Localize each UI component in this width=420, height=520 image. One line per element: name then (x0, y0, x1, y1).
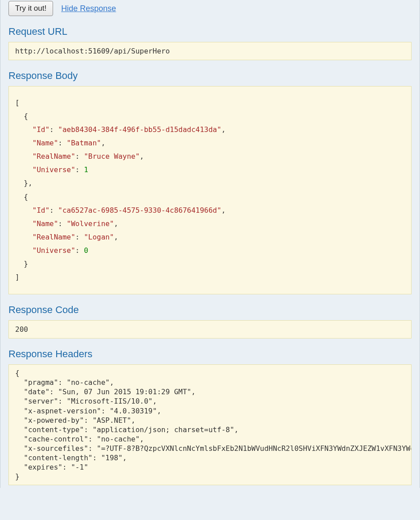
request-url-value: http://localhost:51609/api/SuperHero (8, 42, 412, 60)
response-body-value: [ { "Id": "aeb84304-384f-496f-bb55-d15da… (8, 86, 412, 294)
toolbar: Try it out! Hide Response (8, 0, 412, 16)
response-code-heading: Response Code (8, 304, 412, 316)
response-headers-heading: Response Headers (8, 348, 412, 360)
response-body-heading: Response Body (8, 70, 412, 82)
request-url-heading: Request URL (8, 26, 412, 37)
hide-response-link[interactable]: Hide Response (61, 4, 116, 13)
response-code-value: 200 (8, 320, 412, 338)
try-it-out-button[interactable]: Try it out! (8, 1, 53, 16)
response-headers-value: { "pragma": "no-cache", "date": "Sun, 07… (8, 364, 412, 485)
